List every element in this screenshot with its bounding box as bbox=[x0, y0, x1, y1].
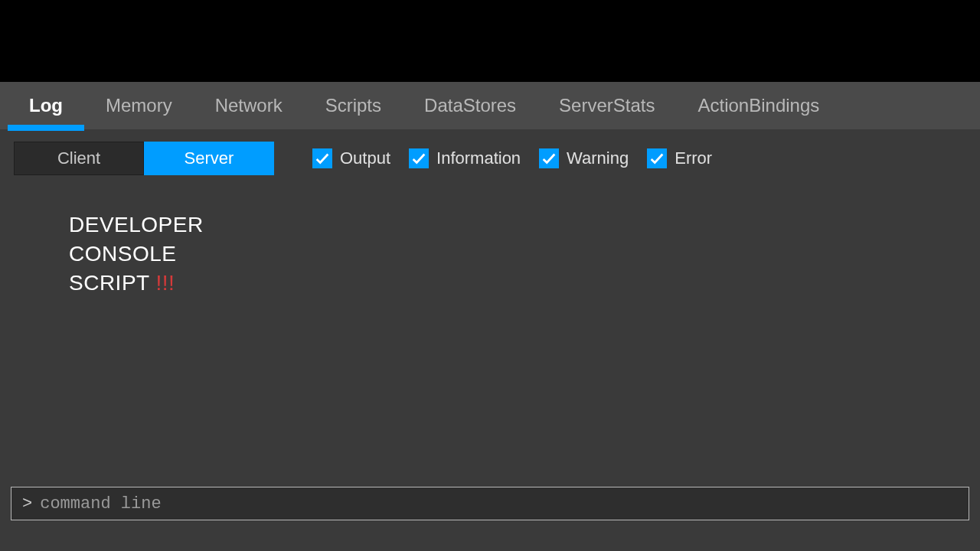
check-icon bbox=[648, 150, 665, 167]
check-icon bbox=[410, 150, 427, 167]
subtab-server[interactable]: Server bbox=[144, 142, 274, 175]
filter-label: Warning bbox=[567, 148, 629, 168]
tab-label: Scripts bbox=[325, 95, 381, 116]
tab-serverstats[interactable]: ServerStats bbox=[537, 82, 676, 129]
subtab-client[interactable]: Client bbox=[14, 142, 144, 175]
checkbox-error[interactable] bbox=[647, 148, 667, 168]
tab-datastores[interactable]: DataStores bbox=[403, 82, 537, 129]
log-text: SCRIPT bbox=[69, 271, 155, 295]
tab-scripts[interactable]: Scripts bbox=[304, 82, 403, 129]
checkbox-warning[interactable] bbox=[539, 148, 559, 168]
log-line: CONSOLE bbox=[69, 240, 980, 269]
check-icon bbox=[541, 150, 557, 167]
command-line[interactable]: > bbox=[11, 487, 969, 520]
filter-information[interactable]: Information bbox=[409, 148, 521, 168]
tab-label: Network bbox=[215, 95, 283, 116]
checkbox-output[interactable] bbox=[312, 148, 332, 168]
check-icon bbox=[314, 150, 331, 167]
console-tabs: Log Memory Network Scripts DataStores Se… bbox=[0, 82, 980, 129]
checkbox-information[interactable] bbox=[409, 148, 429, 168]
tab-log[interactable]: Log bbox=[8, 82, 84, 129]
tab-actionbindings[interactable]: ActionBindings bbox=[677, 82, 841, 129]
command-prompt: > bbox=[22, 494, 32, 514]
log-line: DEVELOPER bbox=[69, 210, 980, 240]
filter-output[interactable]: Output bbox=[312, 148, 390, 168]
tab-label: Memory bbox=[106, 95, 172, 116]
log-filters: Output Information Warning Error bbox=[312, 148, 712, 168]
developer-console-panel: Log Memory Network Scripts DataStores Se… bbox=[0, 82, 980, 551]
filter-error[interactable]: Error bbox=[647, 148, 712, 168]
tab-label: Log bbox=[29, 95, 63, 116]
tab-label: ServerStats bbox=[559, 95, 655, 116]
filter-warning[interactable]: Warning bbox=[539, 148, 629, 168]
log-subrow: Client Server Output Information Warning bbox=[0, 137, 980, 180]
filter-label: Output bbox=[340, 148, 390, 168]
filter-label: Information bbox=[436, 148, 521, 168]
tab-label: ActionBindings bbox=[698, 95, 820, 116]
command-input[interactable] bbox=[40, 494, 958, 514]
log-line: SCRIPT !!! bbox=[69, 269, 980, 298]
filter-label: Error bbox=[675, 148, 712, 168]
log-exclaim: !!! bbox=[155, 271, 175, 295]
log-output-area: DEVELOPER CONSOLE SCRIPT !!! bbox=[0, 180, 980, 297]
tab-network[interactable]: Network bbox=[194, 82, 304, 129]
tab-label: DataStores bbox=[424, 95, 516, 116]
tab-memory[interactable]: Memory bbox=[84, 82, 194, 129]
